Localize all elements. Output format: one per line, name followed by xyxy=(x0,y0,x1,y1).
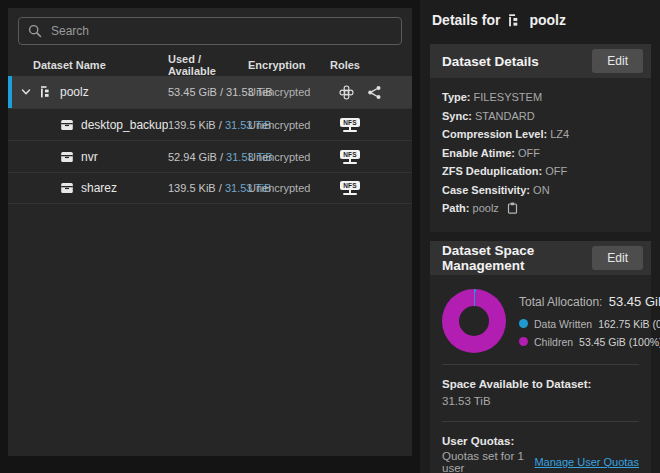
dataset-tree-icon xyxy=(39,85,53,99)
space-management-body: Total Allocation: 53.45 GiB Data Written… xyxy=(430,275,651,473)
used-available-value: 139.5 KiB / 31.53 TiB xyxy=(168,182,248,194)
dataset-name: desktop_backup xyxy=(81,118,168,132)
column-header-roles[interactable]: Roles xyxy=(330,59,412,71)
details-panel: Details for poolz Dataset Details Edit T… xyxy=(420,0,660,473)
space-management-card: Dataset Space Management Edit Total Allo… xyxy=(430,241,651,473)
legend-children: Children 53.45 GiB (100%) xyxy=(519,336,639,348)
divider xyxy=(442,364,639,365)
space-management-title: Dataset Space Management xyxy=(442,243,592,273)
dataset-icon xyxy=(60,181,74,195)
apps-icon[interactable] xyxy=(338,84,355,101)
table-row-sharez[interactable]: sharez 139.5 KiB / 31.53 TiB Unencrypted… xyxy=(8,172,412,204)
dataset-details-title: Dataset Details xyxy=(442,54,539,69)
nfs-share-icon[interactable]: NFS xyxy=(338,118,362,132)
search-container xyxy=(8,8,412,53)
space-management-header: Dataset Space Management Edit xyxy=(430,241,651,275)
dataset-details-body: Type: FILESYSTEM Sync: STANDARD Compress… xyxy=(430,78,651,232)
search-box[interactable] xyxy=(18,17,402,45)
property-path: Path: poolz xyxy=(442,199,639,220)
space-available-label: Space Available to Dataset: xyxy=(442,376,639,393)
encryption-value: Unencrypted xyxy=(248,182,330,194)
chevron-down-icon[interactable] xyxy=(20,86,32,98)
search-icon xyxy=(28,24,42,38)
encryption-value: Unencrypted xyxy=(248,86,330,98)
dataset-details-header: Dataset Details Edit xyxy=(430,44,651,78)
property-zfs-deduplication: ZFS Deduplication: OFF xyxy=(442,162,639,181)
legend-dot-data-written xyxy=(519,319,528,328)
details-title-prefix: Details for xyxy=(432,12,500,28)
roles-cell xyxy=(330,84,412,101)
user-quotas-row: Quotas set for 1 user Manage User Quotas xyxy=(442,450,639,473)
nfs-share-icon[interactable]: NFS xyxy=(338,150,362,164)
property-enable-atime: Enable Atime: OFF xyxy=(442,144,639,163)
details-title: Details for poolz xyxy=(430,12,651,28)
used-available-value: 139.5 KiB / 31.53 TiB xyxy=(168,119,248,131)
column-header-used-available[interactable]: Used / Available xyxy=(168,53,248,77)
dataset-name: poolz xyxy=(60,85,89,99)
table-row-poolz[interactable]: poolz 53.45 GiB / 31.53 TiB Unencrypted xyxy=(8,76,412,108)
column-header-encryption[interactable]: Encryption xyxy=(248,59,330,71)
encryption-value: Unencrypted xyxy=(248,151,330,163)
property-sync: Sync: STANDARD xyxy=(442,107,639,126)
allocation-donut-chart xyxy=(442,289,506,353)
share-icon[interactable] xyxy=(367,85,382,100)
table-row-desktop-backup[interactable]: desktop_backup 139.5 KiB / 31.53 TiB Une… xyxy=(8,108,412,140)
divider xyxy=(442,421,639,422)
dataset-icon xyxy=(60,150,74,164)
legend-data-written: Data Written 162.75 KiB (0%) xyxy=(519,318,639,330)
dataset-icon xyxy=(60,118,74,132)
manage-user-quotas-link[interactable]: Manage User Quotas xyxy=(534,456,639,468)
total-allocation: Total Allocation: 53.45 GiB xyxy=(519,294,639,309)
dataset-name: nvr xyxy=(81,150,98,164)
allocation-chart-row: Total Allocation: 53.45 GiB Data Written… xyxy=(442,289,639,353)
datasets-panel: Dataset Name Used / Available Encryption… xyxy=(8,8,412,456)
dataset-details-edit-button[interactable]: Edit xyxy=(592,49,643,73)
table-row-nvr[interactable]: nvr 52.94 GiB / 31.53 TiB Unencrypted NF… xyxy=(8,140,412,172)
user-quotas-label: User Quotas: xyxy=(442,433,639,450)
nfs-share-icon[interactable]: NFS xyxy=(338,181,362,195)
property-compression-level: Compression Level: LZ4 xyxy=(442,125,639,144)
encryption-value: Unencrypted xyxy=(248,119,330,131)
property-case-sensitivity: Case Sensitivity: ON xyxy=(442,181,639,200)
space-available-value: 31.53 TiB xyxy=(442,393,639,410)
search-input[interactable] xyxy=(51,24,392,38)
property-type: Type: FILESYSTEM xyxy=(442,88,639,107)
space-management-edit-button[interactable]: Edit xyxy=(592,246,643,270)
table-header: Dataset Name Used / Available Encryption… xyxy=(8,53,412,76)
legend-dot-children xyxy=(519,337,528,346)
dataset-details-card: Dataset Details Edit Type: FILESYSTEM Sy… xyxy=(430,44,651,232)
user-quotas-text: Quotas set for 1 user xyxy=(442,450,534,473)
used-available-value: 53.45 GiB / 31.53 TiB xyxy=(168,86,248,98)
dataset-name: sharez xyxy=(81,181,117,195)
copy-path-icon[interactable] xyxy=(507,204,518,216)
dataset-tree-icon xyxy=(507,13,522,28)
details-dataset-name: poolz xyxy=(529,12,566,28)
column-header-dataset-name[interactable]: Dataset Name xyxy=(8,59,168,71)
used-available-value: 52.94 GiB / 31.53 TiB xyxy=(168,151,248,163)
